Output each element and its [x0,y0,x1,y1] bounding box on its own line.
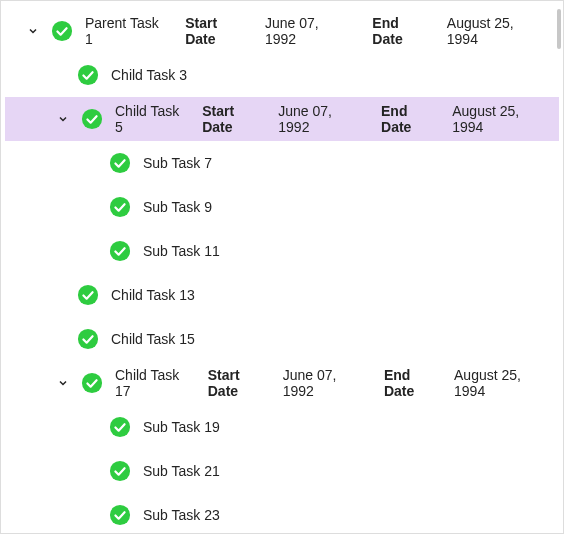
check-circle-icon [81,372,103,394]
tree-row-sub9[interactable]: Sub Task 9 [5,185,559,229]
end-date-label: End Date [384,367,438,399]
svg-point-10 [110,461,130,481]
task-name: Sub Task 7 [143,155,212,171]
start-date-value: June 07, 1992 [278,103,359,135]
check-circle-icon [51,20,73,42]
check-circle-icon [77,64,99,86]
start-date-label: Start Date [202,103,262,135]
tree-row-child3[interactable]: Child Task 3 [5,53,559,97]
tree-row-sub19[interactable]: Sub Task 19 [5,405,559,449]
task-name: Sub Task 21 [143,463,220,479]
chevron-down-icon[interactable] [53,109,73,129]
end-date-label: End Date [381,103,436,135]
end-date-value: August 25, 1994 [452,103,545,135]
task-name: Child Task 3 [111,67,187,83]
check-circle-icon [109,240,131,262]
svg-point-5 [110,241,130,261]
check-circle-icon [109,152,131,174]
task-name: Sub Task 9 [143,199,212,215]
svg-point-0 [52,21,72,41]
svg-point-11 [110,505,130,525]
tree-view[interactable]: Parent Task 1Start DateJune 07, 1992End … [1,1,563,534]
task-name: Child Task 15 [111,331,195,347]
start-date-label: Start Date [185,15,249,47]
tree-row-sub23[interactable]: Sub Task 23 [5,493,559,534]
end-date-value: August 25, 1994 [454,367,545,399]
check-circle-icon [77,284,99,306]
start-date-label: Start Date [208,367,267,399]
task-name: Child Task 17 [115,367,190,399]
task-name: Child Task 13 [111,287,195,303]
svg-point-9 [110,417,130,437]
svg-point-3 [110,153,130,173]
check-circle-icon [109,416,131,438]
task-name: Sub Task 11 [143,243,220,259]
check-circle-icon [77,328,99,350]
tree-row-sub21[interactable]: Sub Task 21 [5,449,559,493]
check-circle-icon [109,504,131,526]
end-date-value: August 25, 1994 [447,15,545,47]
tree-row-child17[interactable]: Child Task 17Start DateJune 07, 1992End … [5,361,559,405]
end-date-label: End Date [372,15,430,47]
task-name: Sub Task 23 [143,507,220,523]
svg-point-6 [78,285,98,305]
tree-row-parent1[interactable]: Parent Task 1Start DateJune 07, 1992End … [5,9,559,53]
chevron-down-icon[interactable] [53,373,73,393]
svg-point-4 [110,197,130,217]
task-name: Child Task 5 [115,103,184,135]
svg-point-1 [78,65,98,85]
task-name: Parent Task 1 [85,15,167,47]
chevron-down-icon[interactable] [23,21,43,41]
svg-point-2 [82,109,102,129]
check-circle-icon [109,460,131,482]
task-name: Sub Task 19 [143,419,220,435]
tree-row-child15[interactable]: Child Task 15 [5,317,559,361]
scrollbar-thumb[interactable] [557,9,561,49]
start-date-value: June 07, 1992 [265,15,350,47]
svg-point-8 [82,373,102,393]
tree-row-sub11[interactable]: Sub Task 11 [5,229,559,273]
check-circle-icon [81,108,103,130]
svg-point-7 [78,329,98,349]
tree-row-sub7[interactable]: Sub Task 7 [5,141,559,185]
tree-row-child5[interactable]: Child Task 5Start DateJune 07, 1992End D… [5,97,559,141]
start-date-value: June 07, 1992 [283,367,362,399]
tree-row-child13[interactable]: Child Task 13 [5,273,559,317]
check-circle-icon [109,196,131,218]
